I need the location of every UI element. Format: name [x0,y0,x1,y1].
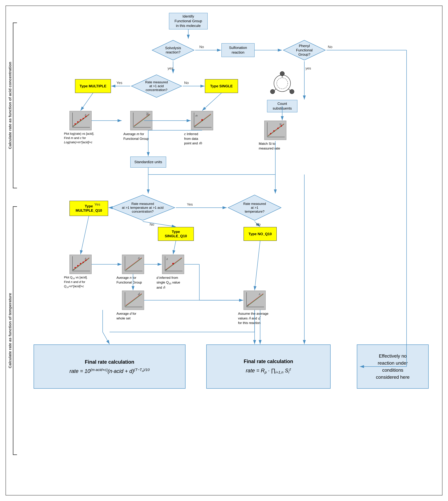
svg-text:yes: yes [305,66,311,70]
svg-text:n̄: n̄ [138,257,140,260]
svg-text:Yes: Yes [116,81,122,85]
svg-point-55 [77,265,79,266]
svg-line-9 [288,89,290,91]
rate-measured-acid-diamond: Rate measured at >1 acid concentration? [130,74,183,98]
svg-text:d: d [73,268,74,271]
type-single-q10-box: Type SINGLE_Q10 [158,227,194,241]
svg-line-107 [202,93,222,111]
svg-point-43 [273,130,275,132]
final-calc-2-title: Final rate calculation [244,358,293,364]
svg-point-72 [172,263,174,264]
svg-point-57 [83,262,84,263]
svg-point-18 [80,119,81,121]
identify-fg-box: Identify Functional Group in this molecu… [169,13,208,30]
svg-text:n̂: n̂ [84,114,86,116]
graph-mc-plot: n̂ c [69,111,92,130]
rate-measured-acid-temp-diamond: Rate measured at >1 temperature at >1 ac… [110,194,176,222]
type-multiple-box: Type MULTIPLE [75,79,111,93]
svg-text:m̄: m̄ [195,114,198,117]
label-avg-n: Average n forFunctional Group [116,275,148,285]
graph-avg-d: d̄ [122,291,144,310]
label-d-inferred: d inferred fromsingle Q10 valueand n̄ [157,275,192,290]
svg-text:No: No [199,45,204,49]
svg-point-4 [277,78,288,89]
final-calc-1-formula: rate = 10(m·acid+c)(n·acid + d)(T−To)/10 [69,368,150,374]
final-rate-calc-1: Final rate calculation rate = 10(m·acid+… [33,344,186,389]
count-substituents-box: Count substituents [267,100,297,112]
label-avg-d: Average d forwhole set [116,311,148,321]
type-single-box: Type SINGLE [205,79,238,93]
svg-text:No: No [256,222,260,226]
svg-point-17 [77,121,79,123]
svg-text:No: No [328,45,332,49]
final-calc-1-title: Final rate calculation [85,359,134,365]
svg-text:c: c [194,125,195,127]
label-c-inferred: c Inferredfrom datapoint and m̄ [184,132,216,146]
graph-avg-n: n̄ [122,255,144,274]
label-plot-q10: Plot Q10 vs [acid].Find n and d forQ10=n… [64,275,100,289]
svg-point-42 [270,133,271,134]
side-label-top: Calculate rate as function of acid conce… [6,22,14,188]
svg-point-7 [270,89,275,94]
svg-text:m̄: m̄ [146,113,149,116]
svg-text:No: No [184,81,189,85]
final-no-reaction: Effectively no reaction under conditions… [357,344,429,389]
svg-text:n̄: n̄ [166,258,168,260]
svg-point-56 [80,263,81,264]
final-rate-calc-2: Final rate calculation rate = Rp · ∏i=1,… [206,344,331,389]
svg-text:n̄: n̄ [259,293,260,296]
svg-line-10 [274,89,276,91]
graph-nd-plot: n̂ d [69,255,92,274]
phenyl-molecule [268,69,296,97]
svg-line-123 [255,222,260,227]
type-multiple-q10-box: Type MULTIPLE_Q10 [69,201,108,216]
rate-measured-temp-diamond: Rate measured at >1 temperature? [227,194,282,222]
svg-line-125 [80,216,89,254]
label-avg-m: Average m forFunctional Group [123,132,155,141]
standardize-box: Standardize units [130,157,166,168]
svg-line-126 [173,241,176,254]
svg-text:yes: yes [168,66,173,70]
svg-text:c: c [73,125,74,127]
graph-nd-average: n̄ d̄ [243,291,266,310]
svg-point-19 [83,118,84,119]
svg-line-136 [103,332,110,344]
sulfonation-box: Sulfonation reaction [222,43,255,57]
side-label-bottom: Calculate rate as function of temperatur… [6,206,14,455]
svg-point-54 [74,267,76,268]
graph-avg-m: m̄ [130,111,152,130]
label-plot-log: Plot log(rate) vs [acid].Find m and c fo… [64,132,98,144]
svg-point-16 [74,123,76,125]
svg-text:Yes: Yes [187,202,193,206]
svg-point-44 [277,128,279,129]
phenyl-fg-diamond: Phenyl Functional Group? [282,39,326,61]
solvolysis-diamond: Solvolysis reaction? [151,39,195,61]
svg-text:n̂: n̂ [84,258,86,260]
svg-text:No: No [150,222,154,226]
svg-text:d: d [165,268,167,271]
label-match-si: Match Si tomeasured rate [259,141,290,151]
graph-c-inferred: m̄ c [191,111,213,130]
graph-d-inferred: n̄ d [162,255,184,274]
graph-si: Si [264,121,286,140]
svg-line-119 [143,222,176,227]
label-assume-avg: Assume the averagevalues n̄ and d̄for th… [238,311,274,325]
svg-point-34 [201,119,203,121]
type-no-q10-box: Type NO_Q10 [243,227,277,241]
main-container: Calculate rate as function of acid conce… [5,5,443,496]
svg-line-127 [255,241,260,290]
svg-line-106 [80,93,93,111]
svg-text:Si: Si [279,123,282,126]
final-calc-2-formula: rate = Rp · ∏i=1,n Siz [246,367,291,374]
svg-point-6 [290,89,294,94]
